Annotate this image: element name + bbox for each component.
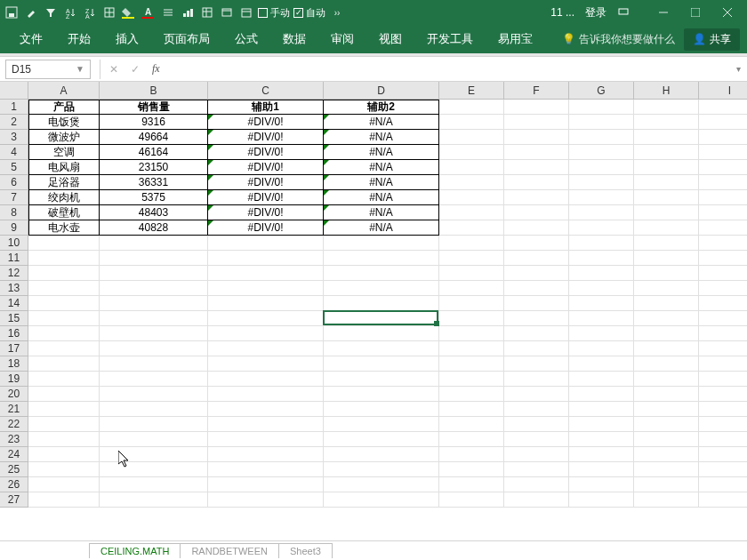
cell[interactable] (28, 492, 100, 508)
cell[interactable] (208, 372, 324, 387)
cell[interactable] (439, 417, 504, 432)
cell[interactable] (439, 190, 504, 205)
cell[interactable] (699, 145, 747, 160)
row-header[interactable]: 1 (0, 100, 28, 115)
cell[interactable] (28, 417, 100, 432)
cell[interactable] (324, 387, 439, 402)
cell[interactable] (28, 281, 100, 296)
cell[interactable] (569, 236, 634, 251)
cell[interactable] (569, 296, 634, 311)
tab-file[interactable]: 文件 (7, 25, 55, 53)
cell[interactable] (28, 462, 100, 477)
cell[interactable] (208, 432, 324, 447)
row-header[interactable]: 14 (0, 296, 28, 311)
cell[interactable] (28, 251, 100, 266)
cell[interactable] (504, 387, 569, 402)
cell[interactable]: #DIV/0! (208, 190, 324, 205)
row-header[interactable]: 9 (0, 220, 28, 236)
cell[interactable] (699, 100, 747, 115)
cell[interactable] (699, 326, 747, 341)
cell[interactable] (504, 145, 569, 160)
select-all-corner[interactable] (0, 82, 28, 100)
cell[interactable] (208, 341, 324, 356)
cell[interactable]: 电风扇 (28, 160, 100, 175)
cell[interactable] (699, 115, 747, 130)
cell[interactable] (634, 281, 699, 296)
row-header[interactable]: 24 (0, 447, 28, 462)
share-button[interactable]: 👤 共享 (684, 28, 740, 51)
cell[interactable] (504, 432, 569, 447)
cell[interactable] (569, 462, 634, 477)
cell[interactable] (28, 296, 100, 311)
cell[interactable]: 产品 (28, 100, 100, 115)
cell[interactable] (634, 266, 699, 281)
cell[interactable] (28, 341, 100, 356)
row-header[interactable]: 12 (0, 266, 28, 281)
cell[interactable] (28, 326, 100, 341)
row-header[interactable]: 4 (0, 145, 28, 160)
cell[interactable] (28, 311, 100, 326)
cell[interactable] (439, 402, 504, 417)
font-color-icon[interactable]: A (141, 4, 157, 20)
cell[interactable] (208, 356, 324, 372)
cell[interactable] (439, 100, 504, 115)
cell[interactable] (324, 447, 439, 462)
cell[interactable] (439, 251, 504, 266)
cell[interactable] (100, 356, 208, 372)
cell[interactable] (634, 251, 699, 266)
fill-color-icon[interactable] (121, 4, 137, 20)
cell[interactable] (634, 311, 699, 326)
sheet-tab-2[interactable]: RANDBETWEEN (180, 543, 279, 558)
cell[interactable] (324, 296, 439, 311)
cell[interactable] (208, 266, 324, 281)
cell[interactable] (439, 236, 504, 251)
cell[interactable] (699, 311, 747, 326)
cell[interactable] (504, 372, 569, 387)
row-header[interactable]: 3 (0, 130, 28, 145)
calendar-icon[interactable] (238, 4, 254, 20)
cell[interactable]: 辅助1 (208, 100, 324, 115)
row-header[interactable]: 10 (0, 236, 28, 251)
cell[interactable]: #DIV/0! (208, 160, 324, 175)
filter-icon[interactable] (43, 4, 59, 20)
cell[interactable] (208, 236, 324, 251)
cell[interactable] (569, 417, 634, 432)
cell[interactable] (569, 447, 634, 462)
save-icon[interactable] (4, 4, 20, 20)
cell[interactable] (569, 175, 634, 190)
column-header[interactable]: B (100, 82, 208, 99)
cell[interactable] (439, 115, 504, 130)
cell[interactable] (439, 372, 504, 387)
cell[interactable] (100, 266, 208, 281)
cell[interactable] (634, 326, 699, 341)
column-header[interactable]: C (208, 82, 324, 99)
maximize-button[interactable] (679, 0, 711, 25)
cell[interactable]: 49664 (100, 130, 208, 145)
cell[interactable] (439, 266, 504, 281)
cell[interactable]: 23150 (100, 160, 208, 175)
column-headers[interactable]: ABCDEFGHI (28, 82, 747, 100)
tab-formulas[interactable]: 公式 (222, 25, 270, 53)
cell[interactable] (208, 326, 324, 341)
cell[interactable] (699, 432, 747, 447)
cell[interactable] (324, 281, 439, 296)
cell[interactable] (504, 447, 569, 462)
cell[interactable] (324, 251, 439, 266)
cell[interactable] (208, 251, 324, 266)
cell[interactable] (569, 266, 634, 281)
column-header[interactable]: D (324, 82, 439, 99)
cell[interactable] (569, 326, 634, 341)
cell[interactable] (28, 477, 100, 492)
cancel-icon[interactable]: ✕ (109, 63, 118, 76)
cell[interactable] (28, 432, 100, 447)
cell[interactable] (504, 251, 569, 266)
sheet-tab-3[interactable]: Sheet3 (278, 543, 333, 558)
cell[interactable] (634, 447, 699, 462)
cell[interactable] (569, 220, 634, 236)
borders-icon[interactable] (101, 4, 117, 20)
enter-icon[interactable]: ✓ (131, 63, 140, 76)
cell[interactable] (208, 462, 324, 477)
cell[interactable] (100, 417, 208, 432)
cell[interactable] (324, 402, 439, 417)
paintbrush-icon[interactable] (23, 4, 39, 20)
